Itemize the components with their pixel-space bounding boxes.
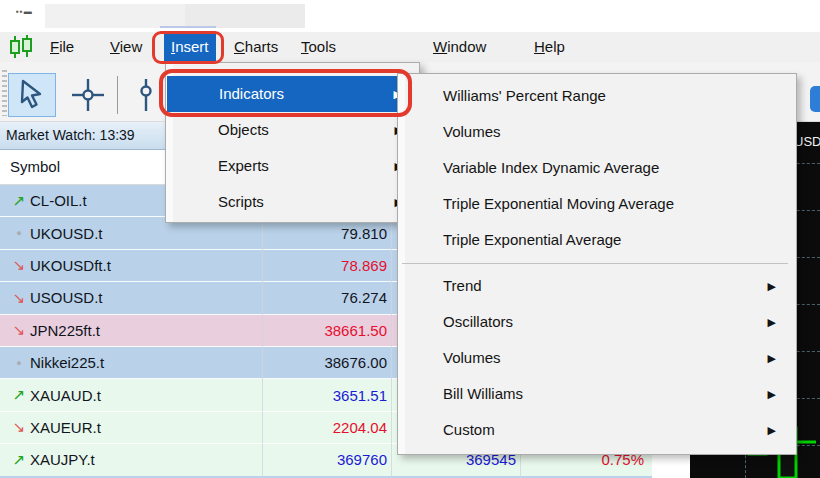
symbol-cell: ↘UKOUSDft.t [0, 256, 262, 274]
toolbar-separator [117, 76, 118, 114]
cursor-tool-button[interactable] [8, 73, 56, 117]
menu-item-label: Variable Index Dynamic Average [443, 159, 659, 176]
trend-down-icon: ↘ [8, 256, 30, 274]
titlebar-artifact: ▪▪▬ [16, 8, 38, 15]
menu-item-bill-williams[interactable]: Bill Williams▶ [398, 376, 796, 412]
bid-price: 38661.50 [262, 322, 391, 339]
bid-price: 3651.51 [262, 387, 391, 404]
menu-item-volumes[interactable]: Volumes [398, 114, 796, 150]
submenu-arrow-icon: ▶ [768, 304, 776, 340]
symbol-name: XAUJPY.t [30, 451, 95, 468]
annotation-ring-indicators [159, 69, 412, 117]
crosshair-icon [69, 77, 107, 113]
menu-item-label: Bill Williams [443, 385, 523, 402]
bid-price: 38676.00 [262, 354, 391, 371]
trend-flat-icon: ● [8, 228, 30, 238]
menubar-item-charts[interactable]: Charts [227, 32, 285, 62]
menu-item-oscillators[interactable]: Oscillators▶ [398, 304, 796, 340]
chart-symbol-label: USD [794, 134, 820, 149]
menu-item-triple-exponential-moving-average[interactable]: Triple Exponential Moving Average [398, 186, 796, 222]
bid-price: 369760 [262, 451, 391, 468]
menu-item-trend[interactable]: Trend▶ [398, 268, 796, 304]
menu-bar: FileViewInsertChartsToolsWindowHelp [0, 32, 820, 62]
indicators-submenu: Williams' Percent RangeVolumesVariable I… [397, 73, 797, 455]
symbol-name: UKOUSD.t [30, 225, 103, 242]
toolbar-grip-handle[interactable] [2, 70, 7, 116]
menu-item-label: Objects [218, 121, 269, 138]
menu-item-label: Experts [218, 157, 269, 174]
trend-down-icon: ↘ [8, 289, 30, 307]
menubar-item-file[interactable]: File [43, 32, 81, 62]
menu-item-label: Scripts [218, 193, 264, 210]
cursor-icon [13, 77, 51, 113]
menu-item-williams-percent-range[interactable]: Williams' Percent Range [398, 78, 796, 114]
symbol-cell: ↗XAUJPY.t [0, 451, 262, 469]
titlebar-blurred-block [45, 4, 185, 28]
menu-separator [398, 258, 796, 268]
menu-item-objects[interactable]: Objects▶ [166, 112, 419, 148]
trend-down-icon: ↘ [8, 418, 30, 436]
toolbar-button-partial[interactable] [810, 86, 820, 112]
submenu-arrow-icon: ▶ [768, 412, 776, 448]
window-titlebar: ▪▪▬ [0, 0, 820, 32]
trend-flat-icon: ● [8, 358, 30, 368]
submenu-arrow-icon: ▶ [768, 340, 776, 376]
menu-item-label: Volumes [443, 123, 501, 140]
menu-item-volumes[interactable]: Volumes▶ [398, 340, 796, 376]
bid-price: 2204.04 [262, 419, 391, 436]
symbol-name: UKOUSDft.t [30, 257, 111, 274]
menubar-item-view[interactable]: View [103, 32, 149, 62]
menu-item-triple-exponential-average[interactable]: Triple Exponential Average [398, 222, 796, 258]
bid-price: 79.810 [262, 225, 391, 242]
symbol-name: Nikkei225.t [30, 354, 104, 371]
metatrader-logo-icon [8, 35, 34, 59]
symbol-name: JPN225ft.t [30, 322, 100, 339]
symbol-cell: ↘XAUEUR.t [0, 418, 262, 436]
symbol-cell: ●UKOUSD.t [0, 225, 262, 242]
titlebar-blurred-block [185, 4, 305, 28]
crosshair-tool-button[interactable] [64, 73, 112, 117]
titlebar-blurred-underline [160, 26, 216, 28]
menubar-item-tools[interactable]: Tools [294, 32, 343, 62]
submenu-arrow-icon: ▶ [768, 376, 776, 412]
menubar-item-help[interactable]: Help [527, 32, 572, 62]
menubar-item-window[interactable]: Window [426, 32, 493, 62]
bid-price: 76.274 [262, 289, 391, 306]
trend-up-icon: ↗ [8, 451, 30, 469]
trend-down-icon: ↘ [8, 321, 30, 339]
submenu-arrow-icon: ▶ [768, 268, 776, 304]
menu-item-label: Trend [443, 277, 482, 294]
bid-price: 78.869 [262, 257, 391, 274]
menu-item-custom[interactable]: Custom▶ [398, 412, 796, 448]
trend-up-icon: ↗ [8, 386, 30, 404]
menu-item-experts[interactable]: Experts▶ [166, 148, 419, 184]
metatrader-window: ▪▪▬ FileViewInsertChartsToolsWindowHelp [0, 0, 820, 478]
menu-item-label: Triple Exponential Moving Average [443, 195, 674, 212]
annotation-ring-insert [152, 31, 224, 64]
menu-item-label: Triple Exponential Average [443, 231, 621, 248]
menu-item-label: Volumes [443, 349, 501, 366]
symbol-cell: ↗XAUAUD.t [0, 386, 262, 404]
symbol-cell: ↘USOUSD.t [0, 289, 262, 307]
menu-item-scripts[interactable]: Scripts▶ [166, 184, 419, 220]
symbol-cell: ●Nikkei225.t [0, 354, 262, 371]
symbol-name: CL-OIL.t [30, 192, 87, 209]
trend-up-icon: ↗ [8, 192, 30, 210]
symbol-cell: ↘JPN225ft.t [0, 321, 262, 339]
symbol-name: USOUSD.t [30, 289, 103, 306]
menu-item-variable-index-dynamic-average[interactable]: Variable Index Dynamic Average [398, 150, 796, 186]
menu-item-label: Oscillators [443, 313, 513, 330]
menu-item-label: Custom [443, 421, 495, 438]
menu-item-label: Williams' Percent Range [443, 87, 606, 104]
symbol-name: XAUAUD.t [30, 387, 101, 404]
symbol-name: XAUEUR.t [30, 419, 101, 436]
